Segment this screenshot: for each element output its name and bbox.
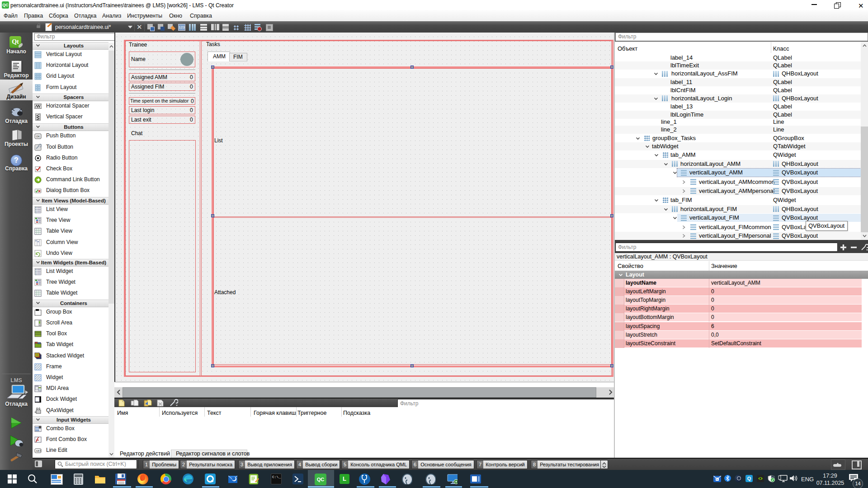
svg-text:OK: OK	[36, 135, 40, 138]
svg-text:AB: AB	[36, 450, 39, 452]
